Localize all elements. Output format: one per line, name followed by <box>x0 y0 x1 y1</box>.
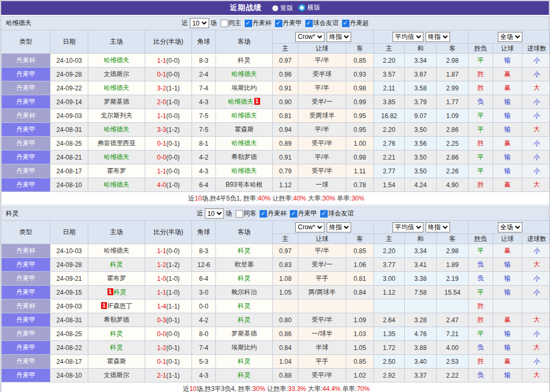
league-filter-0-checkbox-icon[interactable] <box>260 210 267 218</box>
league-filter-3[interactable]: 丹麦超 <box>342 19 369 28</box>
table-row: 丹麦甲24-09-28科灵1-2(1-2)12-6欧登塞0.83受半/一1.06… <box>2 258 550 272</box>
home-team-name: 罗斯基德 <box>104 98 129 105</box>
league-filter-1[interactable]: 丹麦甲 <box>290 209 317 218</box>
halftime-score: (1-1) <box>166 85 180 92</box>
league-filter-0[interactable]: 丹麦杯 <box>245 19 272 28</box>
average-select[interactable]: 平均值 <box>393 32 423 42</box>
cell-result-wdl: 负 <box>469 95 493 109</box>
bookmaker-select[interactable]: Crow* <box>295 32 324 42</box>
layout-radio-vertical[interactable]: 竖版 <box>272 4 293 13</box>
odds-time-select[interactable]: 终指 <box>327 222 351 232</box>
avg-away-header: 客 <box>437 234 469 244</box>
cell-avg-home: 2.20 <box>374 54 405 68</box>
cell-away-team: 希勒罗德 <box>216 151 273 164</box>
cell-corners: 7-4 <box>192 341 216 355</box>
odds-time-select[interactable]: 终指 <box>327 32 351 42</box>
layout-radio-horizontal[interactable]: 横版 <box>298 3 320 12</box>
league-filter-1[interactable]: 丹麦甲 <box>275 19 302 28</box>
cell-avg-home: 1.72 <box>374 341 405 355</box>
cell-crow-home: 0.91 <box>273 151 298 164</box>
home-team-name: 希勒罗德 <box>104 316 129 323</box>
halftime-score: (1-0) <box>166 98 180 106</box>
cell-league: 丹麦甲 <box>2 369 51 382</box>
home-team-name: 霍布罗 <box>107 274 126 282</box>
away-team-name: 靴尔科治 <box>231 288 257 296</box>
team-section-0: 哈维德夫近10场同主丹麦杯丹麦甲球会友谊丹麦超类型日期主场比分(半场)角球客场C… <box>1 15 549 205</box>
match-count-select[interactable]: 10 <box>205 208 224 219</box>
league-filter-3-checkbox-icon[interactable] <box>342 20 349 27</box>
league-filter-1-checkbox-icon[interactable] <box>290 210 297 218</box>
halftime-score: (1-2) <box>166 126 180 134</box>
layout-radio-vertical-label: 竖版 <box>280 4 293 13</box>
result-goals-header: 进球数 <box>522 234 550 244</box>
cell-league: 丹麦甲 <box>2 123 51 137</box>
cell-home-team: 科灵 <box>88 341 145 355</box>
same-filter[interactable]: 同客 <box>236 209 256 218</box>
cell-crow-home: 0.83 <box>273 258 298 272</box>
avg-odds-time-select[interactable]: 终指 <box>426 222 450 232</box>
league-filter-2-checkbox-icon[interactable] <box>320 210 328 218</box>
cell-crow-line: 受半球 <box>298 68 346 81</box>
table-row: 丹麦甲24-09-22哈维德夫3-2(1-1)7-4埃斯比约0.91平/半0.9… <box>2 81 550 95</box>
cell-crow-away <box>346 299 374 313</box>
summary-segment: 大率: <box>306 195 323 202</box>
layout-radio-horizontal-icon[interactable] <box>298 4 305 11</box>
cell-crow-home: 0.94 <box>273 123 298 137</box>
cell-date: 24-08-31 <box>51 313 88 327</box>
cell-crow-line: 半球 <box>298 341 346 355</box>
cell-result-goals: 小 <box>522 68 550 81</box>
halftime-score: (1-2) <box>166 261 180 269</box>
result-wdl-header: 胜负 <box>469 234 493 244</box>
league-filter-0[interactable]: 丹麦杯 <box>260 209 287 218</box>
cell-result-goals: 小 <box>522 137 550 151</box>
layout-radio-vertical-icon[interactable] <box>272 5 278 11</box>
cell-avg-home: 2.50 <box>374 355 405 369</box>
cell-home-team: 哈维德夫 <box>88 244 145 258</box>
col-score-header: 比分(半场) <box>145 221 192 244</box>
same-filter[interactable]: 同主 <box>221 19 241 28</box>
league-filter-2[interactable]: 球会友谊 <box>320 209 354 218</box>
cell-crow-away: 0.78 <box>346 178 374 192</box>
cell-corners: 6-4 <box>192 272 216 286</box>
bookmaker-select[interactable]: Crow* <box>295 222 324 232</box>
full-time-select[interactable]: 全场 <box>498 32 522 42</box>
cell-crow-away: 1.11 <box>346 164 374 178</box>
full-time-select[interactable]: 全场 <box>498 222 522 232</box>
table-row: 丹麦甲24-08-10哈维德夫4-0(1-0)6-4B93哥本哈根1.12一球0… <box>2 178 550 192</box>
cell-away-team: 科灵 <box>216 244 273 258</box>
cell-crow-home: 0.86 <box>273 327 298 341</box>
average-select[interactable]: 平均值 <box>393 222 423 232</box>
cell-result-wdl: 平 <box>469 286 493 299</box>
cell-corners: 4-3 <box>192 369 216 382</box>
cell-score: 2-1(1-1) <box>145 369 192 382</box>
league-filter-1-checkbox-icon[interactable] <box>275 20 282 27</box>
table-row: 丹麦甲24-09-151科灵1-1(1-0)3-0靴尔科治1.05两/两球半0.… <box>2 286 550 299</box>
average-select-group: 平均值终指 <box>374 221 469 234</box>
league-filter-0-label: 丹麦杯 <box>268 209 287 218</box>
same-filter-checkbox-icon[interactable] <box>221 20 228 27</box>
result-goals-header: 进球数 <box>522 44 550 54</box>
cell-crow-home: 1.05 <box>273 286 298 299</box>
cell-league: 丹麦甲 <box>2 95 51 109</box>
avg-odds-time-select[interactable]: 终指 <box>426 32 450 42</box>
fulltime-score: 1-1 <box>157 168 166 175</box>
team-name: 哈维德夫 <box>6 19 31 28</box>
cell-home-team: 希勒罗德 <box>88 313 145 327</box>
section-header-bar: 科灵近10场同客丹麦杯丹麦甲球会友谊 <box>1 206 549 220</box>
cell-score: 1-1(1-0) <box>145 286 192 299</box>
cell-away-team: 科灵 <box>216 299 273 313</box>
same-filter-checkbox-icon[interactable] <box>236 210 243 218</box>
cell-score: 0-0(0-0) <box>145 327 192 341</box>
same-filter-label: 同客 <box>244 209 256 218</box>
cell-corners: 4-3 <box>192 95 216 109</box>
match-count-select[interactable]: 10 <box>190 18 209 28</box>
cell-result-handicap: 输 <box>493 369 522 382</box>
league-filter-2[interactable]: 球会友谊 <box>305 19 339 28</box>
cell-crow-line: 受平/半 <box>298 313 346 327</box>
halftime-score: (0-0) <box>166 247 180 255</box>
league-filter-0-checkbox-icon[interactable] <box>245 20 252 27</box>
cell-crow-line: 受平/半 <box>298 137 346 151</box>
page-title: 近期战绩 <box>230 3 262 13</box>
league-filter-2-checkbox-icon[interactable] <box>305 20 313 27</box>
cell-result-wdl: 平 <box>469 244 493 258</box>
